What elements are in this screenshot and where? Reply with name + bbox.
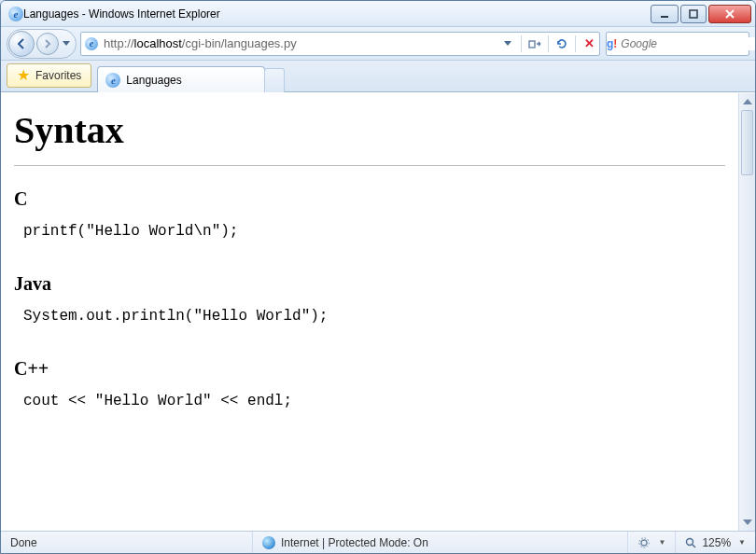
status-left: Done [1,532,253,553]
maximize-icon [688,8,699,20]
forward-arrow-icon [42,38,53,49]
chevron-down-icon [504,41,511,47]
scroll-thumb[interactable] [741,110,753,175]
url-prefix: http:// [104,36,134,50]
tab-strip: e Languages [97,65,285,91]
status-settings[interactable]: ▼ [628,532,676,553]
code-c: printf("Hello World\n"); [23,223,725,240]
status-bar: Done Internet | Protected Mode: On ▼ 125… [1,531,755,553]
favorites-button[interactable]: ★ Favorites [7,63,91,88]
tab-label: Languages [126,74,181,87]
zoom-text: 125% [702,536,731,549]
close-icon [723,8,736,20]
chevron-down-icon: ▼ [658,538,665,547]
status-text: Done [10,536,37,549]
page-heading: Syntax [14,108,725,152]
zoom-icon [685,537,696,548]
search-box[interactable]: g! [606,32,749,56]
nav-toolbar: e http://localhost/cgi-bin/languages.py … [1,27,755,61]
address-bar[interactable]: e http://localhost/cgi-bin/languages.py … [80,32,600,56]
refresh-icon [555,37,568,50]
scroll-up-button[interactable] [740,93,755,110]
forward-button[interactable] [36,33,59,55]
globe-icon [262,536,275,549]
titlebar: e Languages - Windows Internet Explorer [1,1,755,27]
back-button[interactable] [8,31,35,57]
search-input[interactable] [617,37,756,50]
tab-toolbar: ★ Favorites e Languages [1,61,755,92]
scroll-down-button[interactable] [740,514,755,531]
url-path: /cgi-bin/languages.py [182,36,297,50]
svg-line-10 [693,545,695,547]
tab-languages[interactable]: e Languages [97,66,265,92]
minimize-button[interactable] [651,5,679,23]
section-title-cpp: C++ [14,358,725,380]
close-button[interactable] [708,5,751,23]
section-title-c: C [14,188,725,210]
tab-favicon: e [105,73,120,88]
maximize-button[interactable] [680,5,707,23]
search-provider-icon: g! [607,37,617,50]
back-arrow-icon [15,37,28,50]
nav-button-group [7,29,77,59]
google-icon: g! [607,37,617,50]
url-host: localhost [134,36,182,50]
svg-rect-4 [529,41,535,48]
refresh-button[interactable] [552,34,572,54]
ie-window: e Languages - Windows Internet Explorer [0,0,756,554]
address-bar-buttons: ✕ [497,34,599,54]
code-java: System.out.println("Hello World"); [23,308,725,325]
section-title-java: Java [14,273,725,295]
viewport-container: Syntax C printf("Hello World\n"); Java S… [1,92,755,531]
nav-history-dropdown[interactable] [61,33,72,55]
gear-icon [637,536,651,549]
window-title: Languages - Windows Internet Explorer [23,7,220,21]
minimize-icon [659,8,670,20]
rule [14,165,725,166]
svg-rect-1 [690,10,697,18]
scroll-track[interactable] [739,110,755,514]
star-icon: ★ [17,68,30,83]
page-content: Syntax C printf("Hello World\n"); Java S… [1,93,738,531]
new-tab-button[interactable] [264,68,285,92]
svg-point-7 [641,540,647,546]
status-zoom[interactable]: 125% ▼ [676,532,755,553]
address-dropdown[interactable] [497,34,518,54]
ie-logo-icon: e [8,7,23,21]
svg-point-9 [687,538,693,545]
compat-view-button[interactable] [525,34,545,54]
chevron-up-icon [743,98,752,105]
stop-icon: ✕ [584,36,595,50]
chevron-down-icon [743,519,752,526]
zone-text: Internet | Protected Mode: On [281,536,428,549]
favorites-label: Favorites [35,69,81,82]
stop-button[interactable]: ✕ [579,34,599,54]
page-icon: e [81,37,102,50]
vertical-scrollbar[interactable] [738,93,755,531]
code-cpp: cout << "Hello World" << endl; [23,393,725,409]
compat-icon [528,38,541,49]
chevron-down-icon: ▼ [738,538,746,547]
window-buttons [651,5,751,23]
address-input[interactable]: http://localhost/cgi-bin/languages.py [102,36,497,50]
status-zone[interactable]: Internet | Protected Mode: On [253,532,628,553]
chevron-down-icon [63,41,70,47]
